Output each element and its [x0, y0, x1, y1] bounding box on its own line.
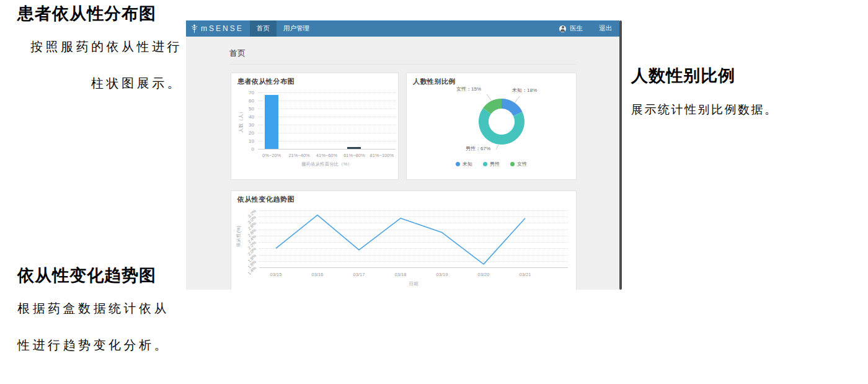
- annotation-compliance-trend: 依从性变化趋势图 根据药盒数据统计依从 性进行趋势变化分析。: [17, 264, 186, 364]
- panel-compliance-distribution: 患者依从性分布图 0102030405060700%~20%21%~40%41%…: [231, 73, 399, 180]
- app-navbar: mSENSE 首页 用户管理 医生 退出: [186, 20, 619, 37]
- app-content: 首页 患者依从性分布图 0102030405060700%~20%21%~40%…: [186, 37, 619, 290]
- gridline: [258, 117, 396, 117]
- page-title: 首页: [229, 48, 246, 59]
- gridline: [258, 109, 396, 109]
- x-axis-line: [258, 149, 396, 150]
- slice-label: 未知：18%: [512, 87, 537, 94]
- slice-label: 男性：67%: [466, 145, 490, 152]
- trend-line: [276, 215, 525, 264]
- legend: 未知男性女性: [407, 161, 576, 167]
- tab-home[interactable]: 首页: [250, 20, 277, 37]
- gridline: [258, 125, 396, 125]
- msense-logo-icon: [191, 24, 198, 33]
- line-chart: 1.4%1.6%1.8%2.0%2.2%2.4%2.6%2.8%3.0%3.2%…: [231, 191, 576, 290]
- user-link[interactable]: 医生: [570, 24, 583, 33]
- user-avatar-icon: [559, 25, 566, 32]
- y-axis-label: 依从性(%): [236, 219, 242, 254]
- annotation-title: 人数性别比例: [631, 65, 830, 87]
- label-line: [487, 94, 492, 101]
- gridline: [258, 133, 396, 133]
- legend-item: 未知: [456, 161, 472, 167]
- legend-label: 男性: [490, 161, 500, 167]
- annotation-gender-ratio: 人数性别比例 展示统计性别比例数据。: [631, 65, 830, 119]
- title-divider: [229, 64, 577, 65]
- annotation-patient-distribution: 患者依从性分布图 按照服药的依从性进行 柱状图展示。: [17, 2, 182, 102]
- legend-dot-icon: [510, 162, 515, 166]
- panel-compliance-trend: 依从性变化趋势图 1.4%1.6%1.8%2.0%2.2%2.4%2.6%2.8…: [231, 190, 577, 290]
- legend-label: 未知: [463, 161, 472, 167]
- gridline: [258, 92, 396, 93]
- x-tick-label: 61%~80%: [339, 153, 370, 158]
- annotation-text: 按照服药的依从性进行 柱状图展示。: [17, 29, 182, 102]
- x-axis-label: 服药依从性百分比（%）: [258, 161, 396, 167]
- bar: [347, 147, 361, 149]
- navbar-right: 医生 退出: [559, 20, 612, 37]
- donut-chart: 未知：18%男性：67%女性：15%未知男性女性: [407, 73, 576, 179]
- y-tick-label: 60: [231, 98, 254, 104]
- label-line: [515, 96, 520, 103]
- legend-item: 女性: [510, 161, 527, 167]
- annotation-line: 展示统计性别比例数据。: [631, 100, 830, 119]
- annotation-title: 患者依从性分布图: [17, 2, 182, 25]
- legend-label: 女性: [517, 161, 527, 167]
- x-tick-label: 81%~100%: [366, 153, 397, 158]
- annotation-text: 展示统计性别比例数据。: [631, 100, 830, 119]
- tab-user-management[interactable]: 用户管理: [277, 20, 316, 37]
- label-line: [496, 144, 499, 150]
- x-tick-label: 21%~40%: [284, 153, 315, 158]
- panel-gender-ratio: 人数性别比例 未知：18%男性：67%女性：15%未知男性女性: [406, 73, 577, 180]
- annotation-line: 柱状图展示。: [17, 65, 182, 102]
- msense-app-screenshot: mSENSE 首页 用户管理 医生 退出 首页 患者依从性分布图 0102030…: [186, 20, 622, 290]
- x-axis-label: 日期: [259, 281, 568, 287]
- annotation-title: 依从性变化趋势图: [17, 264, 186, 287]
- logout-link[interactable]: 退出: [599, 24, 612, 33]
- legend-dot-icon: [483, 162, 487, 166]
- y-tick-label: 70: [231, 90, 254, 96]
- x-tick-label: 41%~60%: [311, 153, 342, 158]
- legend-dot-icon: [456, 162, 460, 166]
- x-tick-label: 0%~20%: [256, 153, 287, 158]
- y-axis-label: 人数（人）: [238, 104, 244, 138]
- slice-label: 女性：15%: [456, 86, 481, 92]
- annotation-line: 按照服药的依从性进行: [17, 29, 182, 65]
- y-tick-label: 0: [231, 146, 254, 152]
- bar: [265, 95, 278, 149]
- y-tick-label: 10: [231, 138, 254, 144]
- brand: mSENSE: [186, 20, 250, 37]
- app-scrollbar[interactable]: [619, 20, 622, 290]
- annotation-line: 性进行趋势变化分析。: [17, 327, 186, 364]
- gridline: [258, 100, 396, 101]
- brand-name: mSENSE: [201, 24, 244, 33]
- trend-line-svg: [231, 191, 577, 290]
- annotation-line: 根据药盒数据统计依从: [17, 290, 186, 327]
- annotation-text: 根据药盒数据统计依从 性进行趋势变化分析。: [17, 290, 186, 364]
- legend-item: 男性: [483, 161, 500, 167]
- gridline: [258, 141, 396, 141]
